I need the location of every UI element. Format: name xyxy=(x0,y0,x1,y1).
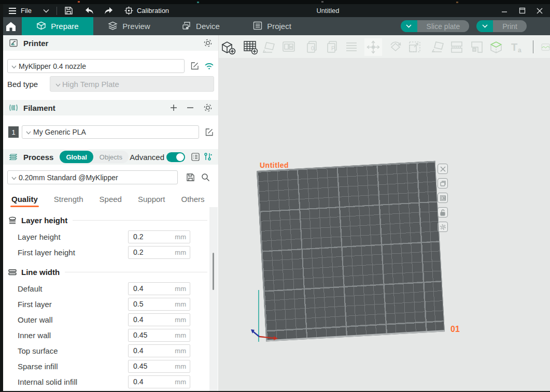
scrollbar-track[interactable] xyxy=(209,207,218,392)
layer-height-field[interactable]: mm xyxy=(128,230,190,243)
mesh-boolean-icon[interactable] xyxy=(468,38,486,56)
printer-wifi-icon[interactable] xyxy=(204,61,214,71)
sparse-infill-line-width-input[interactable] xyxy=(129,362,164,370)
first-layer-line-width-field[interactable]: mm xyxy=(128,298,190,311)
plate-arrange-icon[interactable] xyxy=(438,178,448,188)
build-plate[interactable] xyxy=(257,161,445,342)
first-layer-height-field[interactable]: mm xyxy=(128,246,190,259)
internal-solid-infill-line-width-input[interactable] xyxy=(129,378,164,386)
variable-layer-height-icon[interactable] xyxy=(488,38,505,56)
remove-filament-icon[interactable] xyxy=(185,103,195,113)
main-tabbar: Prepare Preview Device Project xyxy=(0,17,550,35)
slice-plate-button[interactable]: Slice plate xyxy=(417,20,470,32)
titlebar: File Calibration Untitled xyxy=(0,4,550,17)
tab-device[interactable]: Device xyxy=(165,17,236,35)
save-button[interactable] xyxy=(64,4,73,17)
search-icon[interactable] xyxy=(200,172,210,183)
file-menu-dropdown[interactable] xyxy=(43,4,49,17)
parameter-tune-icon[interactable] xyxy=(203,152,213,162)
outer-wall-line-width-input[interactable] xyxy=(129,315,164,324)
filament-preset-select[interactable]: My Generic PLA xyxy=(22,125,199,139)
split-to-parts-icon[interactable]: P xyxy=(324,38,342,56)
scene-3d[interactable]: Untitled 01 xyxy=(219,59,550,392)
tab-strength[interactable]: Strength xyxy=(54,195,83,204)
plate-name-label[interactable]: Untitled xyxy=(260,161,289,169)
setting-label: Default xyxy=(3,284,128,293)
printer-edit-icon[interactable] xyxy=(189,61,200,71)
print-button[interactable]: Print xyxy=(493,20,527,32)
add-filament-icon[interactable] xyxy=(168,103,179,113)
slice-plate-split-button: Slice plate xyxy=(401,20,470,32)
text-tool-icon[interactable]: Ta xyxy=(508,38,526,56)
calibration-button[interactable]: Calibration xyxy=(124,4,169,17)
lay-on-face-icon[interactable] xyxy=(429,38,447,56)
custom-gcode-icon[interactable] xyxy=(541,38,550,56)
inner-wall-line-width-input[interactable] xyxy=(129,331,164,339)
printer-settings-gear-icon[interactable] xyxy=(203,38,213,48)
tab-prepare[interactable]: Prepare xyxy=(22,17,93,35)
layer-height-input[interactable] xyxy=(129,233,164,241)
setting-row: Sparse infill mm xyxy=(3,358,219,374)
plate-settings-gear-icon[interactable] xyxy=(438,222,448,232)
move-tool-icon[interactable] xyxy=(364,38,382,56)
top-surface-line-width-field[interactable]: mm xyxy=(128,344,190,357)
tab-speed[interactable]: Speed xyxy=(100,195,122,204)
cut-tool-icon[interactable] xyxy=(448,38,466,56)
slice-plate-dropdown[interactable] xyxy=(401,20,417,32)
viewport-3d[interactable]: 0 P xyxy=(219,35,550,392)
tab-project-label: Project xyxy=(267,22,291,31)
unit-label: mm xyxy=(164,331,190,339)
print-dropdown[interactable] xyxy=(476,20,493,32)
tab-preview[interactable]: Preview xyxy=(93,17,165,35)
add-model-icon[interactable] xyxy=(219,38,237,56)
minimize-button[interactable] xyxy=(497,5,512,16)
internal-solid-infill-line-width-field[interactable]: mm xyxy=(128,375,190,388)
outer-wall-line-width-field[interactable]: mm xyxy=(128,313,190,326)
scope-global-button[interactable]: Global xyxy=(60,151,93,163)
redo-button[interactable] xyxy=(104,4,114,17)
tab-preview-label: Preview xyxy=(122,22,150,31)
tab-quality[interactable]: Quality xyxy=(11,195,38,204)
maximize-button[interactable] xyxy=(515,5,529,16)
default-line-width-input[interactable] xyxy=(129,284,164,293)
inner-wall-line-width-field[interactable]: mm xyxy=(128,329,190,342)
first-layer-line-width-input[interactable] xyxy=(129,300,164,308)
process-preset-select[interactable]: 0.20mm Standard @MyKlipper xyxy=(7,170,178,184)
advanced-toggle[interactable] xyxy=(166,152,185,162)
plate-delete-icon[interactable] xyxy=(438,164,448,174)
save-preset-icon[interactable] xyxy=(185,172,195,183)
layers-painting-icon[interactable] xyxy=(343,38,360,56)
default-line-width-field[interactable]: mm xyxy=(128,282,190,295)
auto-orient-icon[interactable] xyxy=(261,38,278,56)
arrange-icon[interactable] xyxy=(280,38,298,56)
sparse-infill-line-width-field[interactable]: mm xyxy=(128,360,190,373)
rotate-tool-icon[interactable] xyxy=(387,38,404,56)
undo-button[interactable] xyxy=(84,4,94,17)
filament-edit-icon[interactable] xyxy=(204,127,214,137)
plate-layout-icon[interactable] xyxy=(438,193,448,203)
bed-type-select[interactable]: High Temp Plate xyxy=(50,76,214,92)
filament-settings-gear-icon[interactable] xyxy=(203,103,213,113)
split-to-objects-icon[interactable]: 0 xyxy=(304,38,321,56)
printer-preset-select[interactable]: MyKlipper 0.4 nozzle xyxy=(7,59,185,73)
close-button[interactable] xyxy=(532,5,547,16)
first-layer-height-input[interactable] xyxy=(129,248,164,256)
add-plate-icon[interactable] xyxy=(242,38,259,56)
tab-support[interactable]: Support xyxy=(138,195,165,204)
process-tabs: Quality Strength Speed Support Others xyxy=(3,191,218,207)
setting-row: Inner wall mm xyxy=(3,327,219,343)
file-menu-button[interactable]: File xyxy=(7,4,32,17)
unit-label: mm xyxy=(164,285,190,293)
scrollbar-thumb[interactable] xyxy=(213,253,214,290)
tab-project[interactable]: Project xyxy=(236,17,308,35)
plate-lock-icon[interactable] xyxy=(438,207,448,217)
scope-objects-button[interactable]: Objects xyxy=(93,151,129,163)
home-button[interactable] xyxy=(0,17,22,35)
top-surface-line-width-input[interactable] xyxy=(129,346,164,355)
scale-tool-icon[interactable] xyxy=(406,38,424,56)
calibration-label: Calibration xyxy=(137,7,169,14)
setting-row: Layer height mm xyxy=(3,229,219,244)
parameter-list-icon[interactable] xyxy=(190,152,201,162)
line-width-group-icon xyxy=(7,267,18,277)
tab-others[interactable]: Others xyxy=(181,195,205,204)
